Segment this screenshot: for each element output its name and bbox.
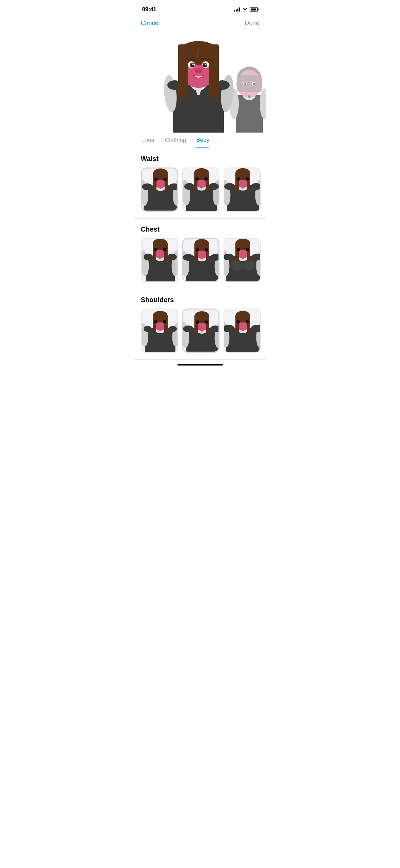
status-bar: 09:41 [134,0,266,17]
svg-point-143 [169,326,177,332]
svg-rect-30 [178,55,188,99]
waist-option-3[interactable] [224,167,261,212]
svg-point-66 [209,183,219,190]
signal-icon [234,7,240,12]
cancel-button[interactable]: Cancel [141,20,160,27]
shoulders-option-3[interactable] [224,309,261,353]
avatar-preview [134,31,266,133]
tab-body[interactable]: Body [196,137,209,148]
shoulders-options-grid [134,309,266,359]
tab-clothing[interactable]: Clothing [165,137,186,148]
avatar-main-svg [134,31,266,133]
tab-headwear[interactable]: …ear [141,137,155,148]
chest-title: Chest [134,225,266,238]
waist-section: Waist [134,148,266,219]
svg-rect-31 [209,55,219,99]
svg-point-142 [144,326,152,332]
shoulders-option-2-avatar [183,310,219,353]
shoulders-title: Shoulders [134,296,266,309]
status-icons [234,7,258,12]
svg-point-10 [248,95,251,98]
svg-point-23 [193,67,195,69]
svg-point-103 [163,248,166,251]
svg-rect-5 [237,75,262,92]
svg-point-80 [224,183,235,190]
waist-option-3-avatar [224,168,261,212]
svg-point-165 [205,320,208,324]
chest-option-3-avatar [224,239,261,282]
battery-icon [250,7,258,12]
svg-point-157 [183,326,194,332]
shoulders-option-1[interactable] [141,309,178,353]
svg-point-180 [246,320,249,323]
svg-point-134 [237,248,240,251]
chest-options-grid [134,238,266,289]
chest-option-2-avatar [183,239,219,282]
svg-point-150 [163,320,166,323]
done-button[interactable]: Done [245,20,259,27]
waist-option-2-avatar [183,168,219,212]
svg-point-57 [154,178,158,181]
svg-point-110 [183,254,194,261]
home-indicator [177,364,223,366]
svg-point-40 [205,64,206,65]
svg-point-102 [154,248,157,251]
svg-point-72 [195,177,199,181]
chest-option-3[interactable] [224,238,261,282]
svg-point-164 [196,320,199,324]
nav-bar: Cancel Done [134,17,266,31]
svg-point-65 [184,183,194,190]
shoulders-option-2[interactable] [182,309,219,353]
waist-option-2[interactable] [182,167,219,212]
svg-point-42 [195,71,197,73]
svg-point-58 [163,178,167,181]
svg-point-9 [253,83,255,85]
svg-point-88 [246,177,249,181]
svg-point-8 [244,83,246,85]
chest-option-1[interactable] [141,238,178,282]
chest-option-1-avatar [142,239,178,282]
svg-point-39 [192,64,194,65]
svg-point-50 [142,183,153,190]
tabs-container: …ear Clothing Body [134,133,266,148]
svg-rect-0 [236,95,263,133]
shoulders-option-3-avatar [224,309,261,353]
svg-point-149 [154,320,157,323]
svg-point-43 [199,71,202,73]
waist-option-1[interactable] [141,167,178,212]
chest-section: Chest [134,219,266,289]
svg-point-179 [237,320,240,323]
svg-point-95 [144,254,153,260]
svg-point-87 [237,177,240,181]
svg-point-135 [246,248,249,251]
waist-options-grid [134,167,266,218]
waist-title: Waist [134,155,266,167]
status-time: 09:41 [142,6,156,13]
svg-point-117 [196,248,199,252]
shoulders-option-1-avatar [142,309,178,353]
waist-option-1-avatar [142,169,178,212]
svg-point-73 [204,177,208,181]
svg-point-96 [167,254,177,260]
wifi-icon [242,7,248,12]
body-options-scroll[interactable]: Waist [134,148,266,360]
shoulders-section: Shoulders [134,289,266,360]
svg-point-26 [202,67,204,69]
chest-option-2[interactable] [182,238,219,282]
svg-point-118 [205,248,208,252]
